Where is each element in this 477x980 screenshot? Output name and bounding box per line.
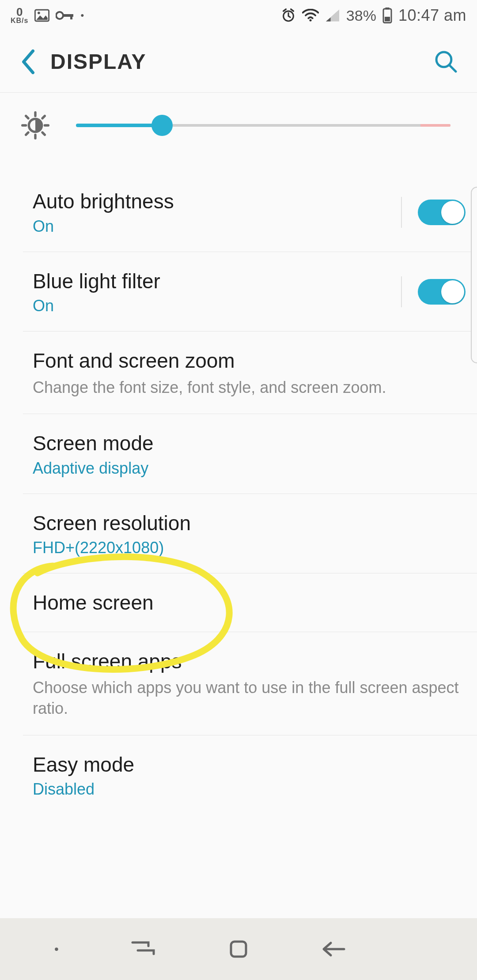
svg-rect-4 <box>70 14 72 19</box>
brightness-slider[interactable] <box>76 117 450 134</box>
auto-brightness-toggle[interactable] <box>418 200 466 225</box>
main-content[interactable]: Auto brightness On Blue light filter On … <box>0 93 477 918</box>
item-status: On <box>33 217 392 236</box>
item-title: Font and screen zoom <box>33 348 466 374</box>
toggle-separator <box>401 276 402 307</box>
settings-list: Auto brightness On Blue light filter On … <box>23 158 477 803</box>
svg-rect-9 <box>385 17 390 22</box>
slider-fill <box>76 124 162 127</box>
item-title: Screen resolution <box>33 511 466 536</box>
item-description: Choose which apps you want to use in the… <box>33 678 466 719</box>
svg-point-6 <box>309 19 311 22</box>
svg-line-11 <box>450 65 456 72</box>
wifi-icon <box>302 9 319 22</box>
item-screen-mode[interactable]: Screen mode Adaptive display <box>23 414 477 494</box>
item-font-and-zoom[interactable]: Font and screen zoom Change the font siz… <box>23 331 477 414</box>
edge-panel-handle[interactable] <box>471 187 477 363</box>
battery-percentage: 38% <box>346 7 376 24</box>
svg-rect-8 <box>385 8 389 10</box>
svg-line-19 <box>26 132 28 135</box>
item-status: FHD+(980x477) <box>33 539 466 557</box>
search-icon <box>434 50 458 74</box>
image-icon <box>34 9 49 22</box>
data-rate-indicator: 0 KB/s <box>11 7 28 24</box>
back-button[interactable] <box>6 40 50 84</box>
item-title: Auto brightness <box>33 189 392 215</box>
item-status: On <box>33 297 392 315</box>
svg-line-18 <box>42 132 45 135</box>
back-arrow-icon <box>321 940 347 958</box>
item-full-screen-apps[interactable]: Full screen apps Choose which apps you w… <box>23 632 477 735</box>
svg-rect-21 <box>231 942 246 957</box>
svg-point-2 <box>56 12 63 19</box>
data-rate-value: 0 <box>16 7 23 17</box>
status-right-group: 38% 10:47 am <box>281 6 466 25</box>
item-status: Disabled <box>33 780 466 799</box>
nav-back-button[interactable] <box>312 931 356 967</box>
brightness-icon <box>21 111 49 139</box>
item-blue-light-filter[interactable]: Blue light filter On <box>23 252 477 332</box>
home-button[interactable] <box>216 931 261 967</box>
brightness-row <box>0 93 477 158</box>
item-title: Blue light filter <box>33 269 392 294</box>
item-easy-mode[interactable]: Easy mode Disabled <box>23 735 477 803</box>
item-status: Adaptive display <box>33 459 466 478</box>
clock-text: 10:47 am <box>398 6 466 25</box>
recents-icon <box>130 940 156 958</box>
nav-dot-icon: • <box>43 942 70 956</box>
item-title: Full screen apps <box>33 649 466 675</box>
item-screen-resolution[interactable]: Screen resolution FHD+(980x477) <box>23 494 477 573</box>
item-title: Home screen <box>33 590 466 616</box>
toggle-separator <box>401 197 402 228</box>
slider-track-warning <box>420 124 450 127</box>
status-left-group: 0 KB/s • <box>11 7 84 24</box>
data-rate-unit: KB/s <box>11 18 28 24</box>
alarm-icon <box>281 8 296 23</box>
item-auto-brightness[interactable]: Auto brightness On <box>23 158 477 252</box>
status-bar: 0 KB/s • 38% 10:47 am <box>0 0 477 31</box>
svg-line-17 <box>26 116 28 118</box>
chevron-left-icon <box>19 49 37 74</box>
item-home-screen[interactable]: Home screen <box>23 573 477 632</box>
recents-button[interactable] <box>121 931 165 967</box>
battery-icon <box>382 8 392 23</box>
dot-icon: • <box>80 10 84 21</box>
search-button[interactable] <box>428 44 464 79</box>
home-icon <box>227 938 250 960</box>
page-title: DISPLAY <box>50 49 147 74</box>
item-description: Change the font size, font style, and sc… <box>33 377 466 398</box>
item-title: Screen mode <box>33 431 466 456</box>
svg-point-1 <box>38 12 41 15</box>
slider-thumb[interactable] <box>151 115 173 136</box>
blue-light-toggle[interactable] <box>418 279 466 305</box>
signal-icon <box>325 9 340 22</box>
vpn-key-icon <box>56 11 74 20</box>
app-bar: DISPLAY <box>0 31 477 93</box>
svg-line-20 <box>42 116 45 118</box>
item-title: Easy mode <box>33 752 466 778</box>
navigation-bar: • <box>0 918 477 980</box>
